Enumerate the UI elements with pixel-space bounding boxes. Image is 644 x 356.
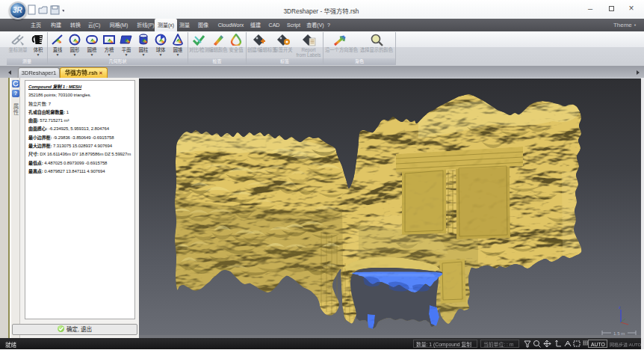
svg-text:z: z	[619, 305, 621, 310]
svg-text:1.5 m: 1.5 m	[613, 331, 625, 336]
